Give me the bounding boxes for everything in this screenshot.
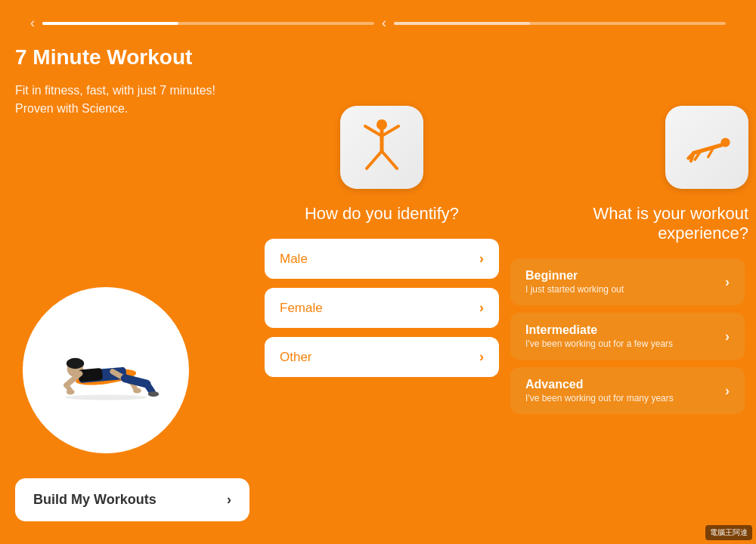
svg-line-12 <box>147 384 152 392</box>
gender-male-label: Male <box>280 252 308 267</box>
progress-fill-1 <box>42 22 178 25</box>
app-title: 7 Minute Workout <box>15 45 242 70</box>
intermediate-chevron: › <box>725 329 730 345</box>
build-button-label: Build My Workouts <box>33 492 156 508</box>
intermediate-subtitle: I've been working out for a few years <box>525 338 673 349</box>
intermediate-text: Intermediate I've been working out for a… <box>525 323 673 349</box>
svg-line-19 <box>367 151 382 168</box>
experience-icon-card <box>665 106 748 189</box>
back-chevron-2[interactable]: ‹ <box>382 15 386 31</box>
svg-point-10 <box>133 388 141 393</box>
beginner-title: Beginner <box>525 269 578 283</box>
experience-intermediate-button[interactable]: Intermediate I've been working out for a… <box>510 313 745 360</box>
svg-point-14 <box>65 394 147 400</box>
svg-point-13 <box>148 391 159 397</box>
gender-male-chevron: › <box>479 251 484 267</box>
experience-beginner-button[interactable]: Beginner I just started working out › <box>510 258 745 305</box>
gender-female-button[interactable]: Female › <box>265 288 499 328</box>
plank-figure-icon <box>680 127 733 168</box>
gender-other-label: Other <box>280 350 312 365</box>
app-subtitle: Fit in fitness, fast, with just 7 minute… <box>15 82 242 118</box>
figure-circle <box>23 287 189 453</box>
svg-line-20 <box>382 151 397 168</box>
pushup-figure-svg <box>38 325 174 416</box>
progress-bar-1 <box>42 22 374 25</box>
gender-section-title: How do you identify? <box>305 204 459 224</box>
beginner-subtitle: I just started working out <box>525 284 624 295</box>
progress-fill-2 <box>394 22 530 25</box>
gender-section: How do you identify? Male › Female › Oth… <box>257 106 507 386</box>
build-button-chevron: › <box>227 492 231 508</box>
svg-point-7 <box>67 389 75 394</box>
top-navigation: ‹ ‹ <box>0 15 756 31</box>
advanced-subtitle: I've been working out for many years <box>525 393 674 403</box>
gender-female-label: Female <box>280 301 323 316</box>
jumping-jack-icon <box>359 117 404 178</box>
beginner-chevron: › <box>725 274 730 290</box>
gender-icon-card <box>340 106 423 189</box>
app-info-section: 7 Minute Workout Fit in fitness, fast, w… <box>15 38 242 118</box>
experience-section: What is your workout experience? Beginne… <box>507 106 748 422</box>
advanced-text: Advanced I've been working out for many … <box>525 378 674 403</box>
progress-bar-2 <box>394 22 726 25</box>
advanced-title: Advanced <box>525 378 583 391</box>
intermediate-title: Intermediate <box>525 323 597 337</box>
experience-advanced-button[interactable]: Advanced I've been working out for many … <box>510 367 745 414</box>
build-workouts-button[interactable]: Build My Workouts › <box>15 478 249 521</box>
back-chevron-1[interactable]: ‹ <box>30 15 35 31</box>
gender-female-chevron: › <box>479 300 484 316</box>
svg-point-2 <box>67 358 84 369</box>
beginner-text: Beginner I just started working out <box>525 269 624 295</box>
gender-other-chevron: › <box>479 349 484 365</box>
gender-other-button[interactable]: Other › <box>265 337 499 377</box>
svg-line-22 <box>694 145 722 153</box>
gender-male-button[interactable]: Male › <box>265 239 499 279</box>
watermark: 電腦王阿達 <box>705 525 752 540</box>
advanced-chevron: › <box>725 383 730 399</box>
experience-section-title: What is your workout experience? <box>507 204 748 243</box>
